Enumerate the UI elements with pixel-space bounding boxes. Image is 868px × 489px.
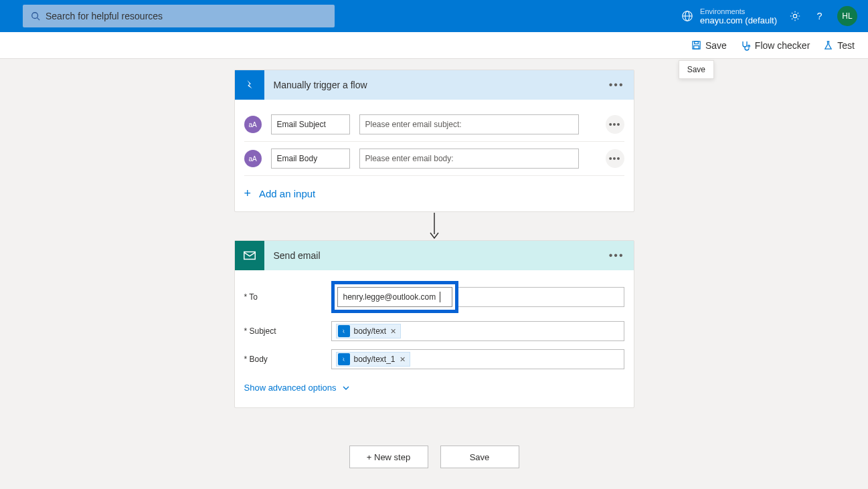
add-input-label: Add an input [259,188,315,199]
new-step-button[interactable]: + New step [349,446,428,468]
save-tooltip: Save [679,60,714,79]
action-card: Send email ••• * To henry.legge@outlook.… [234,240,634,408]
environment-picker[interactable]: Environments enayu.com (default) [681,7,777,25]
token-icon [338,353,350,365]
header-right: Environments enayu.com (default) ? HL [681,6,857,26]
input-row: aA Email Body Please enter email body: •… [244,142,624,176]
input-name[interactable]: Email Body [271,149,350,169]
env-label: Environments [700,7,777,15]
token-remove-icon[interactable]: ✕ [400,355,406,364]
action-ellipsis-icon[interactable]: ••• [609,250,624,262]
input-row: aA Email Subject Please enter email subj… [244,108,624,142]
chevron-down-icon [342,384,350,392]
input-ellipsis-icon[interactable]: ••• [606,115,624,134]
text-type-icon: aA [244,150,262,167]
trigger-header[interactable]: Manually trigger a flow ••• [235,70,634,100]
svg-text:?: ? [816,11,822,21]
search-box[interactable] [23,5,335,27]
globe-icon [681,10,693,22]
flow-checker-button[interactable]: Flow checker [740,40,810,51]
to-input[interactable]: henry.legge@outlook.com [337,287,452,307]
svg-rect-9 [694,45,699,49]
trigger-ellipsis-icon[interactable]: ••• [609,79,624,91]
token-label: body/text_1 [354,355,396,364]
dynamic-token[interactable]: body/text_1 ✕ [336,352,410,367]
bottom-save-button[interactable]: Save [440,446,519,468]
subject-input[interactable]: body/text ✕ [331,321,624,341]
test-label: Test [837,40,855,51]
trigger-icon [235,70,264,100]
input-placeholder[interactable]: Please enter email body: [359,149,579,169]
gear-icon[interactable] [789,10,801,22]
action-title: Send email [264,250,609,261]
body-row: * Body body/text_1 ✕ [235,345,634,373]
svg-point-0 [32,13,38,19]
text-cursor-icon [440,292,440,302]
trigger-title: Manually trigger a flow [264,80,609,90]
avatar[interactable]: HL [837,6,857,26]
text-type-icon: aA [244,116,262,133]
help-icon[interactable]: ? [813,10,825,22]
trigger-card: Manually trigger a flow ••• aA Email Sub… [234,70,634,212]
to-field-highlight: henry.legge@outlook.com [331,281,458,313]
search-input[interactable] [46,11,327,21]
token-remove-icon[interactable]: ✕ [390,327,396,336]
flow-canvas: Manually trigger a flow ••• aA Email Sub… [0,59,868,488]
body-input[interactable]: body/text_1 ✕ [331,349,624,369]
test-button[interactable]: Test [823,40,855,51]
add-input-button[interactable]: + Add an input [244,176,624,209]
save-label: Save [705,40,727,51]
save-button[interactable]: Save [691,40,727,51]
flow-checker-label: Flow checker [755,40,810,51]
to-label: * To [244,292,325,302]
subject-label: * Subject [244,326,325,336]
token-icon [338,325,350,337]
token-label: body/text [354,326,387,336]
dynamic-token[interactable]: body/text ✕ [336,324,402,338]
svg-point-5 [793,14,796,17]
save-icon [691,40,701,50]
plus-icon: + [244,187,252,201]
search-icon [31,11,40,21]
svg-rect-8 [695,41,699,44]
body-label: * Body [244,355,325,364]
show-advanced-button[interactable]: Show advanced options [235,373,634,405]
svg-line-1 [37,18,40,21]
to-row: * To henry.legge@outlook.com [235,277,634,317]
input-ellipsis-icon[interactable]: ••• [606,149,624,168]
advanced-label: Show advanced options [244,383,337,393]
to-value: henry.legge@outlook.com [343,292,436,302]
subject-row: * Subject body/text ✕ [235,317,634,345]
svg-rect-12 [244,252,255,260]
connector-arrow-icon [428,212,441,240]
flask-icon [823,40,833,50]
input-placeholder[interactable]: Please enter email subject: [359,114,579,134]
command-bar: Save Flow checker Test Save [0,32,868,59]
stethoscope-icon [740,40,751,51]
mail-icon [235,241,264,270]
env-value: enayu.com (default) [700,15,777,25]
action-header[interactable]: Send email ••• [235,241,634,270]
svg-point-10 [748,45,750,47]
top-header: Environments enayu.com (default) ? HL [0,0,868,32]
bottom-buttons: + New step Save [349,446,519,468]
input-name[interactable]: Email Subject [271,114,350,134]
